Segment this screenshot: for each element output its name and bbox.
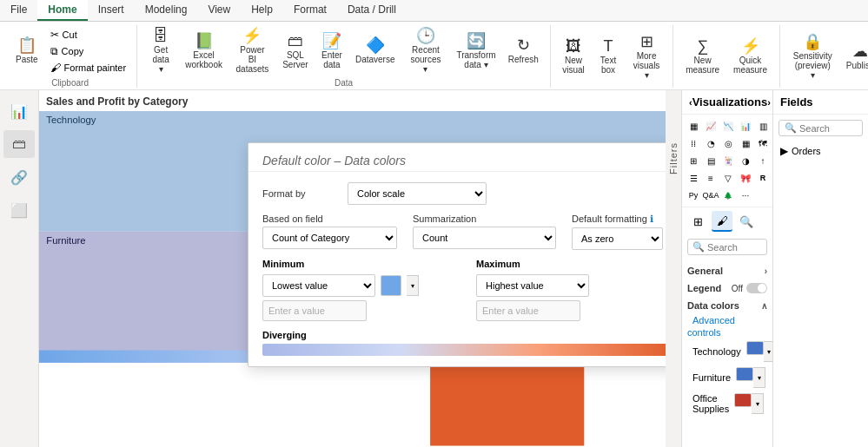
viz-stacked-bar[interactable]: ▥ <box>755 118 771 134</box>
viz-search-input[interactable] <box>707 242 762 253</box>
tab-insert[interactable]: Insert <box>88 0 135 21</box>
new-measure-icon: ∑ <box>697 38 708 54</box>
viz-ribbon[interactable]: 🎀 <box>738 170 753 186</box>
minimum-dropdown[interactable]: Lowest value <box>262 274 375 297</box>
data-colors-section-header[interactable]: Data colors ∧ <box>687 297 767 314</box>
viz-slicer[interactable]: ☰ <box>686 170 701 186</box>
tab-view[interactable]: View <box>197 0 241 21</box>
get-data-button[interactable]: 🗄 Getdata ▾ <box>144 25 177 76</box>
text-box-button[interactable]: T Textbox <box>593 36 624 77</box>
chart-area: Sales and Profit by Category Technology … <box>39 90 666 447</box>
maximum-section: Maximum Highest value Enter a value <box>476 259 666 321</box>
technology-color-swatch <box>746 341 764 355</box>
based-on-field-select[interactable]: Count of Category <box>262 227 397 249</box>
technology-color-item: Technology ▾ <box>687 339 767 365</box>
viz-decomp[interactable]: 🌲 <box>720 187 736 203</box>
viz-fields-tool[interactable]: ⊞ <box>687 211 708 232</box>
ribbon-group-clipboard: 📋 Paste ✂ Cut ⧉ Copy 🖌 Format painter <box>3 25 137 88</box>
tab-datadrill[interactable]: Data / Drill <box>337 0 407 21</box>
viz-bar-chart[interactable]: ▦ <box>686 118 701 134</box>
viz-card[interactable]: 🃏 <box>720 153 736 168</box>
report-view-icon[interactable]: 📊 <box>3 97 35 125</box>
quick-measure-button[interactable]: ⚡ Quickmeasure <box>728 36 772 77</box>
data-view-icon[interactable]: 🗃 <box>3 130 35 158</box>
legend-section-header[interactable]: Legend Off <box>687 279 767 297</box>
enter-data-button[interactable]: 📝 Enterdata <box>316 30 348 72</box>
format-painter-button[interactable]: 🖌 Format painter <box>47 60 130 76</box>
new-visual-button[interactable]: 🖼 Newvisual <box>558 36 589 77</box>
enter-data-icon: 📝 <box>322 33 341 49</box>
legend-toggle[interactable] <box>746 283 767 293</box>
recent-sources-button[interactable]: 🕒 Recentsources ▾ <box>403 25 449 76</box>
refresh-button[interactable]: ↻ Refresh <box>504 35 543 67</box>
viz-matrix[interactable]: ▤ <box>703 153 719 168</box>
maximum-value-input[interactable]: Enter a value <box>476 300 580 321</box>
viz-area-chart[interactable]: 📉 <box>720 118 736 134</box>
tab-modeling[interactable]: Modeling <box>135 0 198 21</box>
publish-button[interactable]: ☁ Publish <box>842 41 868 73</box>
more-visuals-button[interactable]: ⊞ Morevisuals ▾ <box>627 31 666 82</box>
sensitivity-button[interactable]: 🔒 Sensitivity(preview) ▾ <box>787 31 838 82</box>
get-data-icon: 🗄 <box>153 28 169 43</box>
diverging-label: Diverging <box>262 330 666 340</box>
legend-toggle-label: Off <box>732 284 743 293</box>
viz-search-icon: 🔍 <box>692 241 705 253</box>
viz-table[interactable]: ⊞ <box>686 153 701 168</box>
paste-button[interactable]: 📋 Paste <box>10 35 43 67</box>
viz-funnel[interactable]: ▽ <box>720 170 736 186</box>
viz-waterfall[interactable]: ≡ <box>703 170 719 186</box>
left-panel: 📊 🗃 🔗 ⬜ <box>0 90 39 447</box>
minimum-value-input[interactable]: Enter a value <box>262 300 367 321</box>
orders-table-item[interactable]: ▶ Orders <box>773 141 868 161</box>
viz-treemap[interactable]: ▦ <box>738 135 753 151</box>
powerbi-datasets-button[interactable]: ⚡ Power BIdatasets <box>230 25 275 76</box>
dataverse-button[interactable]: 🔷 Dataverse <box>351 35 400 67</box>
viz-kpi[interactable]: ↑ <box>755 153 771 168</box>
tab-file[interactable]: File <box>0 0 37 21</box>
office-supplies-color-dropdown[interactable]: ▾ <box>752 393 764 414</box>
furniture-color-label: Furniture <box>692 372 731 383</box>
transform-data-button[interactable]: 🔄 Transformdata ▾ <box>452 30 500 72</box>
format-by-select[interactable]: Color scale <box>348 182 487 205</box>
general-section-header[interactable]: General › <box>687 262 767 279</box>
model-view-icon[interactable]: 🔗 <box>3 163 35 191</box>
sql-server-button[interactable]: 🗃 SQLServer <box>278 30 313 72</box>
fields-search-input[interactable] <box>799 123 857 134</box>
copy-button[interactable]: ⧉ Copy <box>47 43 130 59</box>
viz-more[interactable]: ··· <box>738 187 753 203</box>
minimum-color-dropdown[interactable]: ▾ <box>407 275 419 296</box>
tab-home[interactable]: Home <box>37 0 87 21</box>
advanced-controls-link[interactable]: Advanced controls <box>687 313 735 339</box>
default-formatting-select[interactable]: As zero <box>572 227 663 250</box>
viz-gauge[interactable]: ◑ <box>738 153 753 168</box>
cut-button[interactable]: ✂ Cut <box>47 27 130 43</box>
dataverse-icon: 🔷 <box>366 37 385 53</box>
summarization-select[interactable]: Count <box>413 227 556 249</box>
maximum-dropdown[interactable]: Highest value <box>476 274 589 297</box>
viz-qa[interactable]: Q&A <box>703 187 719 203</box>
viz-analytics-tool[interactable]: 🔍 <box>736 211 757 232</box>
viz-pie-chart[interactable]: ◔ <box>703 135 719 151</box>
viz-panel-chevron-right[interactable]: › <box>767 97 771 108</box>
viz-format-tool[interactable]: 🖌 <box>712 211 732 232</box>
viz-donut-chart[interactable]: ◎ <box>720 135 736 151</box>
viz-r[interactable]: R <box>755 170 771 186</box>
new-measure-button[interactable]: ∑ Newmeasure <box>680 36 725 77</box>
viz-line-chart[interactable]: 📈 <box>703 118 719 134</box>
main-area: 📊 🗃 🔗 ⬜ Sales and Profit by Category Tec… <box>0 90 868 447</box>
summarization-label: Summarization <box>413 214 556 224</box>
default-formatting-label: Default formatting ℹ <box>572 214 663 225</box>
office-supplies-color-item: Office Supplies ▾ <box>687 391 767 417</box>
excel-workbook-button[interactable]: 📗 Excelworkbook <box>181 30 227 72</box>
minimum-color-picker[interactable] <box>381 275 401 296</box>
viz-tools: ⊞ 🖌 🔍 <box>682 207 772 235</box>
furniture-color-dropdown[interactable]: ▾ <box>753 367 765 388</box>
viz-py[interactable]: Py <box>686 187 701 203</box>
viz-column-chart[interactable]: 📊 <box>738 118 753 134</box>
viz-map[interactable]: 🗺 <box>755 135 771 151</box>
tab-help[interactable]: Help <box>241 0 283 21</box>
tab-format[interactable]: Format <box>283 0 337 21</box>
dag-view-icon[interactable]: ⬜ <box>3 196 35 224</box>
viz-scatter[interactable]: ⁞⁞ <box>686 135 701 151</box>
data-colors-label: Data colors <box>687 300 739 311</box>
